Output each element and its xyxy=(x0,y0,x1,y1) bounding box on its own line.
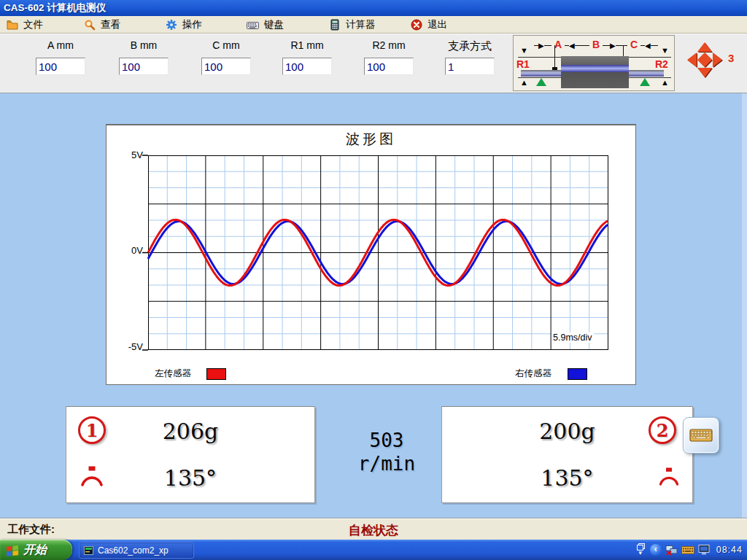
arrow-right-icon: ▶ xyxy=(610,41,616,50)
display-settings-icon[interactable] xyxy=(698,545,710,555)
left-mass-value: 206g xyxy=(66,419,314,444)
window-edge xyxy=(742,93,747,540)
oscilloscope-plot xyxy=(148,155,608,350)
right-angle-value: 135° xyxy=(442,465,692,491)
speed-unit: r/min xyxy=(338,452,436,475)
start-label: 开始 xyxy=(23,542,47,558)
exit-icon xyxy=(410,19,422,31)
status-text: 自检状态 xyxy=(0,522,747,539)
up-arrow-icon: ▲ xyxy=(520,79,528,87)
window-titlebar: CAS-602 计算机电测仪 xyxy=(0,0,747,16)
left-angle-value: 135° xyxy=(66,465,314,491)
field-a: A mm xyxy=(28,39,93,75)
param-c-input[interactable] xyxy=(201,58,251,75)
field-support-mode-label: 支承方式 xyxy=(437,39,503,54)
legend-right-label: 右传感器 xyxy=(515,368,551,380)
field-c-label: C mm xyxy=(193,39,259,54)
arrow-left-icon: ◀ xyxy=(569,41,575,50)
menu-item-label: 键盘 xyxy=(264,18,284,31)
support-triangle-icon xyxy=(536,78,546,86)
right-correction-panel: 200g 2 135° xyxy=(441,406,693,503)
window-title: CAS-602 计算机电测仪 xyxy=(4,2,106,13)
field-r1: R1 mm xyxy=(274,39,340,75)
virtual-keyboard-button[interactable] xyxy=(683,417,719,454)
y-tick-0v: 0V xyxy=(108,245,143,256)
down-arrow-icon: ▼ xyxy=(661,47,669,55)
legend-left-swatch xyxy=(206,368,226,380)
search-icon xyxy=(83,19,96,31)
menu-item-label: 计算器 xyxy=(346,18,376,31)
restore-window-control[interactable]: ▾ xyxy=(635,543,646,556)
menu-item-label: 操作 xyxy=(182,18,202,31)
arrow-right-icon: ▶ xyxy=(538,41,544,50)
waveform-panel: 波形图 5V 0V -5V 5.9ms/div 左传感器 右传感器 xyxy=(106,124,636,385)
param-b-input[interactable] xyxy=(119,58,169,75)
menu-item-label: 退出 xyxy=(427,18,447,31)
dimension-label-c: C xyxy=(627,39,640,50)
dimension-label-a: A xyxy=(551,39,565,50)
app-icon xyxy=(84,546,93,555)
down-arrow-icon: ▼ xyxy=(520,47,528,55)
y-tick-5v: 5V xyxy=(108,149,143,160)
y-tick-neg5v: -5V xyxy=(108,341,143,352)
taskbar-clock: 08:44 xyxy=(716,545,743,555)
param-r2-input[interactable] xyxy=(364,58,414,75)
speed-value: 503 xyxy=(338,429,436,452)
menu-item-label: 文件 xyxy=(23,18,43,31)
menu-item-keyboard[interactable]: 键盘 xyxy=(242,16,288,34)
timebase-label: 5.9ms/div xyxy=(551,332,594,343)
field-r2-label: R2 mm xyxy=(356,39,422,54)
windows-logo-icon xyxy=(6,544,20,556)
legend-left-label: 左传感器 xyxy=(155,368,191,380)
field-r2: R2 mm xyxy=(356,39,422,75)
r2-label: R2 xyxy=(655,58,668,70)
menu-item-operate[interactable]: 操作 xyxy=(160,16,206,34)
keyboard-icon xyxy=(689,427,713,443)
field-b: B mm xyxy=(111,39,177,75)
dimension-label-b: B xyxy=(589,39,603,50)
folder-icon xyxy=(6,19,18,31)
menu-item-label: 查看 xyxy=(101,18,120,31)
arrow-left-icon: ◀ xyxy=(645,41,651,50)
mode-indicator-value: 3 xyxy=(728,52,734,64)
support-triangle-icon xyxy=(640,78,650,86)
speed-readout: 503 r/min xyxy=(338,429,436,475)
rotor-diagram: ▶ A ◀ B ▶ C ◀ R1 R2 ▼ ▼ ▲ ▲ xyxy=(513,35,675,91)
taskbar: 开始 Cas602_com2_xp ▾ ‹ 08:44 xyxy=(0,540,747,560)
collapse-tray-button[interactable]: ‹ xyxy=(650,544,662,556)
param-r1-input[interactable] xyxy=(282,58,332,75)
tray-keyboard-icon[interactable] xyxy=(681,545,694,555)
legend-right-swatch xyxy=(568,368,587,380)
weight-icon xyxy=(657,467,681,486)
field-r1-label: R1 mm xyxy=(274,39,340,54)
left-correction-panel: 1 206g 135° xyxy=(66,406,315,503)
status-bar: 工作文件: 自检状态 xyxy=(0,518,747,540)
field-c: C mm xyxy=(193,39,259,75)
field-support-mode: 支承方式 xyxy=(437,39,503,75)
menu-item-file[interactable]: 文件 xyxy=(1,16,47,34)
field-b-label: B mm xyxy=(111,39,177,54)
rotor-body xyxy=(561,56,629,88)
taskbar-app-button[interactable]: Cas602_com2_xp xyxy=(79,542,194,559)
network-disconnected-icon[interactable] xyxy=(665,545,678,556)
system-tray: ▾ ‹ 08:44 xyxy=(635,540,743,560)
menu-bar: 文件 查看 操作 键盘 计算器 退出 xyxy=(0,16,747,34)
calculator-icon xyxy=(328,19,341,31)
move-arrows-icon[interactable] xyxy=(687,42,722,77)
param-a-input[interactable] xyxy=(36,58,85,75)
keyboard-icon xyxy=(247,19,259,31)
r1-label: R1 xyxy=(516,58,530,70)
restore-icon xyxy=(637,543,643,549)
menu-item-calculator[interactable]: 计算器 xyxy=(324,16,380,34)
field-a-label: A mm xyxy=(28,39,93,54)
gear-icon xyxy=(165,19,177,31)
circled-number-2: 2 xyxy=(649,416,676,444)
taskbar-app-label: Cas602_com2_xp xyxy=(98,545,169,556)
menu-item-view[interactable]: 查看 xyxy=(79,16,125,34)
rotor-shaft-band xyxy=(561,65,629,72)
menu-item-exit[interactable]: 退出 xyxy=(406,16,452,34)
up-arrow-icon: ▲ xyxy=(661,79,669,87)
shaft-right xyxy=(628,70,664,77)
start-button[interactable]: 开始 xyxy=(0,540,72,560)
support-mode-input[interactable] xyxy=(445,58,495,75)
